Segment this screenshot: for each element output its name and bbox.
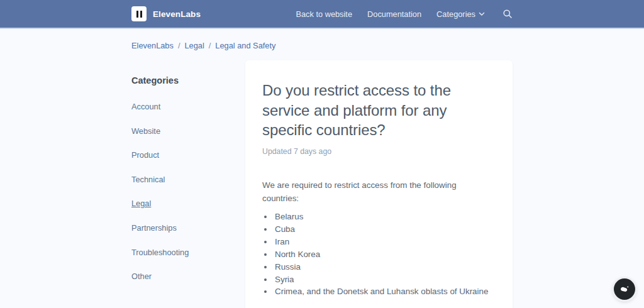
country-item: Syria [274,275,494,285]
country-item: North Korea [274,250,494,260]
elevenlabs-logo-icon [131,6,147,21]
article-card: Do you restrict access to the service an… [245,60,513,308]
nav-link-categories[interactable]: Categories [436,9,485,19]
chat-widget-launcher-button[interactable] [614,278,635,300]
sidebar-heading: Categories [131,75,245,85]
breadcrumb: ElevenLabs / Legal / Legal and Safety [131,29,513,60]
sidebar-item-website[interactable]: Website [131,126,160,136]
sidebar-category-list: Account Website Product Technical Legal … [131,99,245,285]
breadcrumb-separator: / [209,41,211,50]
sidebar-item-other[interactable]: Other [131,272,152,281]
nav-links: Back to website Documentation Categories [296,9,513,19]
article-updated-timestamp: Updated 7 days ago [262,147,494,156]
search-icon[interactable] [502,9,513,19]
breadcrumb-link-legal[interactable]: Legal [184,41,204,50]
nav-link-back-to-website[interactable]: Back to website [296,9,352,19]
country-item: Crimea, and the Donetsk and Luhansk obla… [274,287,494,297]
country-item: Belarus [274,212,494,222]
sidebar-item-technical[interactable]: Technical [131,175,165,184]
article-intro: We are required to restrict access from … [262,179,494,205]
nav-link-categories-label: Categories [436,9,475,19]
breadcrumb-separator: / [178,41,180,50]
sidebar-item-partnerships[interactable]: Partnerships [131,223,177,233]
brand[interactable]: ElevenLabs [131,6,201,21]
article-body: We are required to restrict access from … [262,179,494,308]
brand-name: ElevenLabs [153,9,201,19]
breadcrumb-link-elevenlabs[interactable]: ElevenLabs [131,41,174,50]
article-title: Do you restrict access to the service an… [262,80,494,140]
categories-sidebar: Categories Account Website Product Techn… [131,60,245,293]
sidebar-item-product[interactable]: Product [131,150,159,160]
country-item: Cuba [274,224,494,234]
sidebar-item-troubleshooting[interactable]: Troubleshooting [131,248,189,257]
restricted-country-list: Belarus Cuba Iran North Korea Russia Syr… [274,212,494,297]
chat-widget-paw-sparkle-icon [618,283,631,295]
country-item: Iran [274,237,494,247]
breadcrumb-link-legal-and-safety[interactable]: Legal and Safety [215,41,275,50]
sidebar-item-account[interactable]: Account [131,102,160,111]
top-navbar: ElevenLabs Back to website Documentation… [0,0,644,29]
sidebar-item-legal[interactable]: Legal [131,199,151,208]
chevron-down-icon [479,12,485,16]
country-item: Russia [274,262,494,272]
nav-link-documentation[interactable]: Documentation [367,9,421,19]
